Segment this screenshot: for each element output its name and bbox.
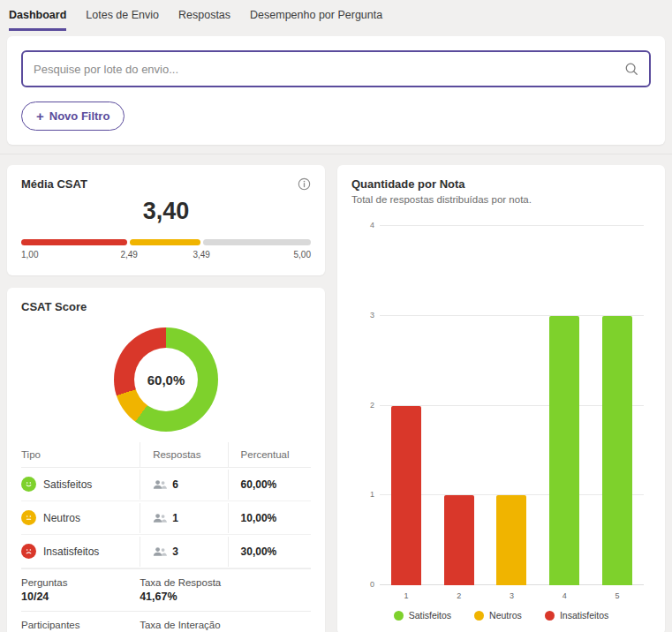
tab-respostas[interactable]: Respostas (178, 9, 230, 31)
x-axis-tick-label: 5 (615, 591, 620, 600)
quantidade-card: Quantidade por Nota Total de respostas d… (337, 165, 665, 632)
y-axis-tick-label: 4 (355, 221, 374, 229)
stat-value: 41,67% (140, 591, 311, 603)
bar-nota-4 (549, 316, 579, 585)
stat-label: Participantes (21, 620, 140, 630)
search-input[interactable] (34, 63, 624, 76)
bar-column: 4 (538, 226, 591, 585)
row-count: 3 (172, 545, 178, 558)
chart-legend: SatisfeitosNeutrosInsatisfeitos (351, 606, 651, 622)
csat-score-title: CSAT Score (21, 300, 311, 313)
legend-dot (394, 611, 404, 621)
legend-dot (545, 611, 555, 621)
csat-gauge (21, 239, 311, 245)
row-percent: 10,00% (228, 503, 311, 533)
dashboard-main: Média CSAT 3,40 1,002,493,495,00 CSAT Sc… (0, 154, 672, 632)
stat-label: Perguntas (21, 577, 140, 588)
legend-item-neutros[interactable]: Neutros (474, 610, 522, 621)
legend-label: Satisfeitos (409, 610, 451, 621)
tab-lotes-de-envio[interactable]: Lotes de Envio (86, 9, 159, 31)
bar-nota-1 (391, 406, 421, 586)
bar-column: 2 (433, 226, 486, 585)
filter-card: + Novo Filtro (7, 36, 665, 145)
media-csat-title: Média CSAT (21, 177, 87, 191)
row-label: Satisfeitos (43, 478, 92, 491)
media-csat-value: 3,40 (21, 198, 311, 225)
table-row-satisfeitos: Satisfeitos 6 60,00% (21, 468, 311, 501)
row-percent: 60,00% (228, 470, 311, 500)
legend-label: Insatisfeitos (560, 610, 608, 621)
legend-label: Neutros (489, 610, 522, 621)
bar-column: 5 (591, 226, 644, 585)
gauge-scale-label: 5,00 (294, 250, 311, 260)
media-csat-card: Média CSAT 3,40 1,002,493,495,00 (7, 165, 325, 275)
gauge-segment (203, 239, 311, 245)
y-axis-tick-label: 1 (355, 490, 374, 499)
legend-item-insatisfeitos[interactable]: Insatisfeitos (545, 610, 608, 621)
tab-desempenho-por-pergunta[interactable]: Desempenho por Pergunta (250, 9, 382, 31)
plus-icon: + (36, 109, 44, 123)
sad-face-icon (21, 544, 36, 559)
people-icon (153, 546, 167, 557)
neutral-face-icon (21, 510, 36, 525)
legend-dot (474, 611, 484, 621)
row-percent: 30,00% (228, 537, 311, 567)
new-filter-button[interactable]: + Novo Filtro (21, 102, 125, 131)
csat-donut-chart: 60,0% (114, 327, 218, 432)
csat-gauge-labels: 1,002,493,495,00 (21, 250, 311, 263)
stat-label: Taxa de Resposta (140, 577, 311, 588)
bar-column: 3 (486, 226, 539, 585)
bar-chart: 0123412345 (355, 222, 647, 585)
right-column: Quantidade por Nota Total de respostas d… (337, 165, 665, 632)
score-table-header: Tipo Respostas Percentual (21, 442, 311, 468)
row-label: Neutros (43, 512, 80, 524)
bar-column: 1 (380, 226, 433, 585)
legend-item-satisfeitos[interactable]: Satisfeitos (394, 610, 451, 621)
dashboard-page: Dashboard Lotes de Envio Respostas Desem… (0, 0, 672, 632)
gauge-scale-label: 3,49 (193, 250, 209, 260)
bar-nota-2 (444, 495, 474, 585)
satisfied-face-icon (21, 477, 36, 492)
x-axis-tick-label: 4 (563, 591, 567, 600)
gauge-scale-label: 2,49 (120, 250, 137, 260)
info-icon[interactable] (298, 177, 311, 191)
y-axis-tick-label: 2 (355, 401, 374, 410)
row-count: 6 (172, 478, 178, 491)
col-respostas: Respostas (140, 442, 227, 467)
people-icon (153, 479, 167, 490)
gauge-segment (130, 239, 201, 245)
stats-row-2: Participantes 2/10 Taxa de Interação 20,… (21, 611, 311, 632)
donut-center-label: 60,0% (147, 372, 185, 387)
gauge-scale-label: 1,00 (21, 250, 38, 260)
x-axis-tick-label: 1 (404, 591, 408, 600)
search-box (21, 50, 651, 87)
csat-score-card: CSAT Score 60,0% Tipo Respostas Percentu… (7, 288, 325, 632)
stat-value: 10/24 (21, 591, 140, 603)
x-axis-tick-label: 3 (510, 591, 514, 600)
people-icon (153, 513, 167, 523)
stat-label: Taxa de Interação (140, 620, 311, 630)
quantidade-subtitle: Total de respostas distribuídas por nota… (351, 194, 651, 205)
table-row-insatisfeitos: Insatisfeitos 3 30,00% (21, 535, 311, 568)
quantidade-title: Quantidade por Nota (351, 177, 651, 191)
y-axis-tick-label: 3 (355, 311, 374, 320)
bar-nota-3 (496, 495, 526, 585)
row-label: Insatisfeitos (43, 545, 99, 558)
y-axis-tick-label: 0 (355, 580, 374, 589)
new-filter-label: Novo Filtro (49, 109, 110, 123)
gauge-segment (21, 239, 127, 245)
left-column: Média CSAT 3,40 1,002,493,495,00 CSAT Sc… (7, 165, 325, 632)
col-tipo: Tipo (21, 442, 140, 467)
bar-nota-5 (602, 316, 632, 585)
search-icon[interactable] (624, 62, 638, 76)
stats-row-1: Perguntas 10/24 Taxa de Resposta 41,67% (21, 568, 311, 611)
x-axis-tick-label: 2 (457, 591, 461, 600)
top-nav: Dashboard Lotes de Envio Respostas Desem… (0, 0, 672, 31)
table-row-neutros: Neutros 1 10,00% (21, 501, 311, 535)
col-percentual: Percentual (228, 442, 311, 467)
row-count: 1 (172, 512, 178, 524)
tab-dashboard[interactable]: Dashboard (9, 9, 66, 31)
